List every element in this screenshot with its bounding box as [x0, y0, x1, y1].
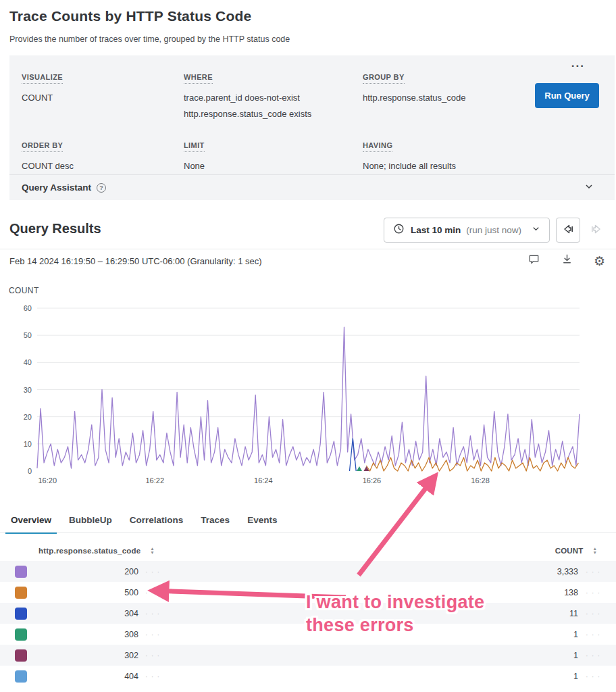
count-value: 11: [528, 609, 578, 618]
time-range-value: Last 10 min: [411, 225, 461, 235]
row-menu-icon[interactable]: · · ·: [578, 610, 608, 618]
table-row-status-308[interactable]: 308· · ·1· · ·: [0, 624, 616, 645]
count-value: 1: [528, 651, 578, 660]
row-menu-icon[interactable]: · · ·: [138, 651, 163, 660]
svg-text:0: 0: [28, 467, 32, 475]
table-row-status-302[interactable]: 302· · ·1· · ·: [0, 645, 616, 666]
status-code-value: 500: [28, 588, 138, 597]
query-assistant-label: Query Assistant: [22, 182, 91, 193]
table-row-status-304[interactable]: 304· · ·11· · ·: [0, 603, 616, 624]
tab-overview[interactable]: Overview: [11, 510, 51, 532]
count-value: 1: [528, 630, 578, 639]
count-value: 138: [528, 588, 578, 597]
table-row-status-200[interactable]: 200· · ·3,333· · ·: [0, 561, 616, 582]
previous-query-button[interactable]: [556, 218, 580, 243]
series-color-swatch: [15, 670, 27, 683]
table-row-status-404[interactable]: 404· · ·1· · ·: [0, 666, 616, 687]
time-range-status: (run just now): [466, 225, 521, 235]
results-controls: Last 10 min (run just now): [384, 218, 607, 243]
series-color-swatch: [15, 649, 27, 662]
query-section-order_by: ORDER BYCOUNT desc: [22, 139, 184, 174]
query-section-label[interactable]: GROUP BY: [363, 73, 405, 84]
svg-text:30: 30: [24, 386, 32, 394]
query-menu-icon[interactable]: ...: [571, 57, 585, 70]
status-code-value: 200: [28, 567, 138, 576]
comment-icon[interactable]: [528, 253, 540, 268]
row-menu-icon[interactable]: · · ·: [138, 568, 163, 576]
trace-counts-chart[interactable]: 010203040506016:2016:2216:2416:2616:28: [0, 297, 616, 497]
svg-text:40: 40: [24, 358, 32, 366]
divider: [0, 532, 616, 533]
row-menu-icon[interactable]: · · ·: [138, 672, 163, 681]
sort-icon[interactable]: ▲▼: [150, 547, 154, 555]
back-arrow-icon: [561, 222, 575, 239]
query-section-values[interactable]: COUNT: [22, 90, 184, 106]
status-code-value: 404: [28, 672, 138, 681]
time-range-meta: Feb 14 2024 16:19:50 – 16:29:50 UTC-06:0…: [9, 256, 262, 266]
row-menu-icon[interactable]: · · ·: [578, 589, 608, 597]
gear-icon[interactable]: ⚙: [594, 254, 605, 268]
query-builder-grid: VISUALIZECOUNTWHEREtrace.parent_id does-…: [9, 55, 615, 174]
query-section-where: WHEREtrace.parent_id does-not-existhttp.…: [184, 70, 363, 122]
svg-text:50: 50: [24, 331, 32, 339]
status-code-value: 304: [28, 609, 138, 618]
column-header-status-code[interactable]: http.response.status_code: [38, 547, 140, 555]
tab-traces[interactable]: Traces: [201, 510, 230, 532]
svg-text:20: 20: [24, 413, 32, 421]
run-query-button[interactable]: Run Query: [535, 83, 599, 108]
svg-text:10: 10: [24, 440, 32, 448]
next-query-button[interactable]: [586, 222, 607, 239]
query-section-visualize: VISUALIZECOUNT: [22, 70, 184, 122]
series-color-swatch: [15, 566, 27, 578]
query-section-label[interactable]: HAVING: [363, 141, 392, 152]
table-row-status-500[interactable]: 500· · ·138· · ·: [0, 582, 616, 603]
query-section-label[interactable]: VISUALIZE: [22, 73, 63, 84]
status-code-value: 308: [28, 630, 138, 639]
download-icon[interactable]: [561, 253, 573, 268]
query-assistant-bar[interactable]: Query Assistant ?: [9, 174, 615, 200]
time-range-dropdown[interactable]: Last 10 min (run just now): [384, 218, 550, 243]
svg-text:16:26: 16:26: [363, 476, 382, 485]
row-menu-icon[interactable]: · · ·: [578, 651, 608, 660]
table-body: 200· · ·3,333· · ·500· · ·138· · ·304· ·…: [0, 561, 616, 687]
sort-icon[interactable]: ▲▼: [593, 547, 597, 555]
query-section-values[interactable]: COUNT desc: [22, 158, 184, 174]
count-value: 3,333: [528, 567, 578, 576]
row-menu-icon[interactable]: · · ·: [578, 672, 608, 681]
row-menu-icon[interactable]: · · ·: [138, 631, 163, 639]
help-icon[interactable]: ?: [97, 183, 106, 193]
chart-y-axis-title: COUNT: [9, 286, 39, 295]
query-section-values[interactable]: None: [184, 158, 363, 174]
chevron-down-icon: [531, 224, 541, 237]
query-section-label[interactable]: WHERE: [184, 73, 213, 84]
results-tab-bar: OverviewBubbleUpCorrelationsTracesEvents: [0, 510, 616, 532]
query-section-label[interactable]: ORDER BY: [22, 141, 63, 152]
page-subtitle: Provides the number of traces over time,…: [9, 34, 290, 44]
query-builder-panel: VISUALIZECOUNTWHEREtrace.parent_id does-…: [9, 55, 615, 200]
svg-text:16:20: 16:20: [38, 476, 57, 485]
query-section-values[interactable]: trace.parent_id does-not-existhttp.respo…: [184, 90, 363, 122]
series-color-swatch: [15, 587, 27, 599]
results-table: http.response.status_code ▲▼ COUNT ▲▼ 20…: [0, 541, 616, 687]
tab-bubbleup[interactable]: BubbleUp: [69, 510, 112, 532]
tab-correlations[interactable]: Correlations: [130, 510, 184, 532]
svg-text:16:22: 16:22: [145, 476, 164, 485]
chevron-down-icon[interactable]: [584, 181, 594, 195]
row-menu-icon[interactable]: · · ·: [578, 631, 608, 639]
clock-icon: [392, 222, 405, 238]
svg-text:16:24: 16:24: [254, 476, 273, 485]
results-heading: Query Results: [9, 221, 101, 237]
query-section-values[interactable]: None; include all results: [363, 158, 586, 174]
row-menu-icon[interactable]: · · ·: [578, 568, 608, 576]
column-header-count[interactable]: COUNT: [555, 547, 584, 555]
query-section-label[interactable]: LIMIT: [184, 141, 205, 152]
svg-text:60: 60: [24, 304, 32, 312]
results-actions: ⚙: [528, 253, 605, 268]
series-color-swatch: [15, 608, 27, 620]
svg-text:16:28: 16:28: [471, 476, 490, 485]
status-code-value: 302: [28, 651, 138, 660]
row-menu-icon[interactable]: · · ·: [138, 610, 163, 618]
tab-events[interactable]: Events: [247, 510, 277, 532]
row-menu-icon[interactable]: · · ·: [138, 589, 163, 597]
forward-arrow-icon: [590, 222, 603, 239]
